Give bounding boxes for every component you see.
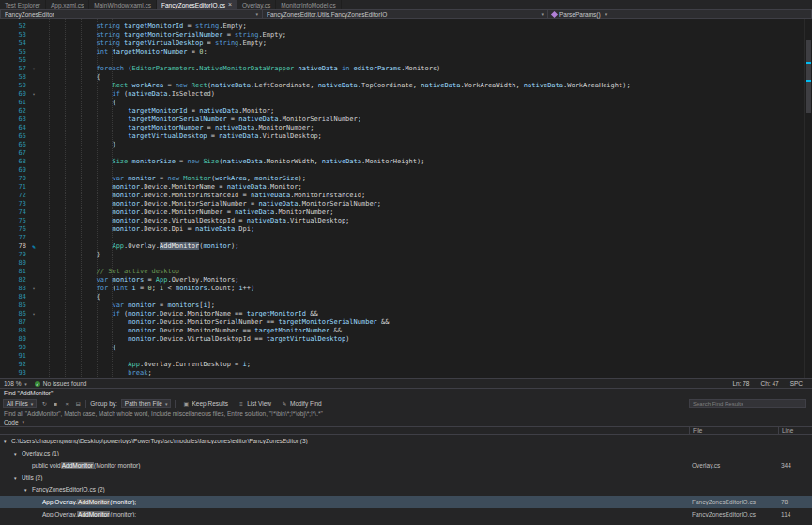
code-line: { (49, 73, 812, 82)
tab-monitorinfomodel-cs[interactable]: MonitorInfoModel.cs (276, 0, 342, 9)
line-number: 75 (0, 217, 26, 225)
type-dropdown-label: FancyZonesEditor.Utils.FancyZonesEditorI… (267, 11, 387, 18)
tab-test-explorer[interactable]: Test Explorer (0, 0, 46, 9)
list-view-label: List View (247, 400, 271, 407)
fold-chevron-icon[interactable]: ▾ (26, 90, 41, 99)
tab-fancyzoneseditorio-cs[interactable]: FancyZonesEditorIO.cs× (157, 0, 237, 9)
code-editor[interactable]: 525354555657▾585960▾61626364656667686970… (0, 19, 812, 378)
match-text-post: (monitor); (110, 499, 136, 505)
expander-icon[interactable]: ▾ (14, 475, 22, 481)
modify-find-button[interactable]: ✎ Modify Find (278, 399, 325, 408)
line-number: 81 (0, 268, 26, 276)
find-results-panel: Find "AddMonitor" All Files ▾ ↻ ■ × ⊟ Gr… (0, 388, 812, 525)
code-line: { (49, 344, 812, 352)
fold-spacer (26, 225, 41, 234)
groupby-label: Group by: (90, 400, 117, 407)
fold-spacer (26, 344, 41, 352)
issues-indicator[interactable]: ✓ No issues found (35, 380, 87, 387)
scrollbar-thumb[interactable] (806, 40, 811, 113)
line-number: 85 (0, 301, 26, 310)
tab-overlay-cs[interactable]: Overlay.cs (237, 0, 276, 9)
fold-spacer (26, 251, 41, 259)
type-dropdown[interactable]: FancyZonesEditor.Utils.FancyZonesEditorI… (263, 9, 548, 19)
tab-app-xaml-cs[interactable]: App.xaml.cs (46, 0, 89, 9)
code-line: { (49, 99, 812, 107)
line-number: 83 (0, 285, 26, 293)
code-line (49, 352, 812, 361)
zoom-control[interactable]: 108 % ▾ (4, 380, 27, 387)
code-line (49, 56, 812, 65)
find-result-row[interactable]: ▾FancyZonesEditorIO.cs (2) (0, 484, 812, 496)
fold-spacer (26, 39, 41, 48)
match-marker (806, 80, 811, 82)
code-line: monitor.Device.Dpi = nativeData.Dpi; (49, 225, 812, 234)
fold-chevron-icon[interactable]: ▾ (26, 310, 41, 318)
repeat-find-icon[interactable]: ↻ (40, 400, 48, 407)
fold-spacer (26, 369, 41, 378)
member-dropdown[interactable]: ParseParams() ▾ (548, 9, 812, 19)
fold-spacer (26, 327, 41, 335)
line-number: 72 (0, 192, 26, 200)
result-line: 344 (778, 462, 812, 469)
tab-mainwindow-xaml-cs[interactable]: MainWindow.xaml.cs (89, 0, 157, 9)
code-line: targetMonitorNumber = nativeData.Monitor… (49, 124, 812, 132)
tree-node-label: C:\Users\zhaopengwang\Desktop\powertoys\… (11, 438, 308, 444)
method-icon (551, 10, 558, 17)
keep-results-button[interactable]: ▣ Keep Results (179, 399, 231, 408)
code-line: monitor.Device.MonitorSerialNumber == ta… (49, 318, 812, 327)
editor-scrollbar[interactable] (804, 19, 812, 378)
expander-icon[interactable]: ▾ (24, 487, 32, 493)
code-line: targetMonitorSerialNumber = nativeData.M… (49, 116, 812, 124)
code-line: int targetMonitorNumber = 0; (49, 48, 812, 56)
fold-spacer (26, 99, 41, 107)
groupby-dropdown[interactable]: Path then File ▾ (121, 399, 172, 408)
column-header-file[interactable]: File (689, 427, 778, 434)
fold-spacer (26, 158, 41, 166)
line-number: 78 (0, 242, 26, 251)
column-header-line[interactable]: Line (778, 427, 812, 434)
fold-spacer (26, 141, 41, 149)
tree-node-label: Overlay.cs (1) (22, 450, 59, 456)
find-result-row[interactable]: ▾Utils (2) (0, 471, 812, 484)
find-result-row[interactable]: ▾C:\Users\zhaopengwang\Desktop\powertoys… (0, 435, 812, 447)
scope-dropdown[interactable]: All Files ▾ (3, 399, 37, 408)
stop-icon[interactable]: ■ (52, 401, 59, 407)
fold-chevron-icon[interactable]: ▾ (26, 65, 41, 73)
expander-icon[interactable]: ▾ (14, 451, 22, 456)
find-result-row[interactable]: App.Overlay.AddMonitor(monitor);FancyZon… (0, 496, 812, 508)
expander-icon[interactable]: ▾ (4, 439, 11, 444)
keep-results-icon: ▣ (182, 400, 190, 407)
line-number: 84 (0, 293, 26, 301)
results-column-header: File Line (0, 426, 812, 435)
member-dropdown-label: ParseParams() (559, 11, 601, 18)
line-number: 59 (0, 82, 26, 90)
code-line: monitor.Device.MonitorInstanceId = nativ… (49, 192, 812, 200)
code-lines[interactable]: string targetMonitorId = string.Empty; s… (43, 19, 812, 378)
modify-find-icon: ✎ (281, 400, 288, 407)
line-number: 67 (0, 149, 26, 158)
code-line: string targetMonitorSerialNumber = strin… (49, 31, 812, 39)
project-dropdown[interactable]: FancyZonesEditor ▾ (0, 9, 263, 19)
match-highlight: AddMonitor (77, 499, 110, 505)
fold-spacer (26, 48, 41, 56)
find-toolbar: All Files ▾ ↻ ■ × ⊟ Group by: Path then … (0, 398, 812, 409)
quick-actions-icon[interactable]: ✎ (26, 242, 41, 251)
list-view-button[interactable]: ≡ List View (235, 399, 274, 408)
result-filter-dropdown[interactable]: Code ▾ (0, 418, 812, 426)
tab-label: MonitorInfoModel.cs (281, 2, 336, 8)
result-file: FancyZonesEditorIO.cs (689, 511, 778, 517)
find-result-row[interactable]: ▾Overlay.cs (1) (0, 447, 812, 459)
zoom-level: 108 % (4, 380, 21, 387)
collapse-all-icon[interactable]: ⊟ (74, 400, 82, 407)
line-number: 58 (0, 73, 26, 82)
close-icon[interactable]: × (228, 2, 232, 8)
tab-label: App.xaml.cs (51, 2, 84, 8)
column-indicator: Ch: 47 (760, 380, 778, 387)
find-result-row[interactable]: public void AddMonitor(Monitor monitor)O… (0, 459, 812, 471)
find-result-row[interactable]: App.Overlay.AddMonitor(monitor);FancyZon… (0, 508, 812, 520)
line-number: 55 (0, 48, 26, 56)
fold-chevron-icon[interactable]: ▾ (26, 285, 41, 293)
clear-results-icon[interactable]: × (63, 401, 70, 407)
chevron-down-icon: ▾ (31, 401, 34, 407)
search-find-results-input[interactable] (689, 399, 806, 408)
